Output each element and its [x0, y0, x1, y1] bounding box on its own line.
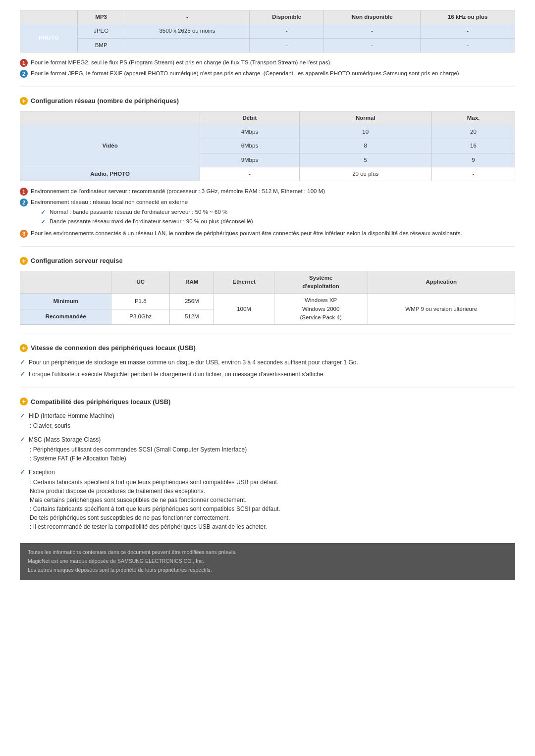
section1-plus-icon: +	[20, 97, 28, 105]
net-col-empty	[20, 111, 200, 125]
net-col-debit: Débit	[200, 111, 299, 125]
note-lan-text: Pour les environnements connectés à un r…	[31, 229, 515, 238]
min-ram: 256M	[170, 294, 214, 309]
jpeg-col5: -	[421, 24, 515, 38]
max-20: 20	[431, 125, 515, 139]
note-icon-2: 2	[20, 70, 28, 78]
debit-6mbps: 6Mbps	[200, 139, 299, 153]
msc-sub-1: : Système FAT (File Allocation Table)	[30, 454, 515, 463]
divider-3	[20, 334, 515, 334]
debit-4mbps: 4Mbps	[200, 125, 299, 139]
normal-10: 10	[299, 125, 431, 139]
col-header-empty	[20, 10, 78, 24]
srv-col-uc: UC	[111, 271, 170, 294]
section3-header: + Vitesse de connexion des périphériques…	[20, 343, 515, 353]
note-icon-s2: 2	[20, 199, 28, 206]
os-windows: Windows XPWindows 2000(Service Pack 4)	[274, 294, 368, 325]
note-mpeg2: 1 Pour le format MPEG2, seul le flux PS …	[20, 58, 515, 67]
server-config-table: UC RAM Ethernet Systèmed'exploitation Ap…	[20, 271, 515, 325]
note-network-main: Environnement réseau : réseau local non …	[31, 198, 515, 206]
jpeg-col4: -	[324, 24, 421, 38]
normal-5: 5	[299, 153, 431, 167]
net-col-normal: Normal	[299, 111, 431, 125]
exc-sub-3: : Certains fabricants spécifient à tort …	[30, 504, 515, 513]
exception-bullet: ✓ Exception	[20, 468, 515, 477]
debit-9mbps: 9Mbps	[200, 153, 299, 167]
srv-col-ram: RAM	[170, 271, 214, 294]
srv-col-os: Systèmed'exploitation	[274, 271, 368, 294]
note-server-env: 1 Environnement de l'ordinateur serveur …	[20, 187, 515, 196]
msc-item: ✓ MSC (Mass Storage Class) : Périphériqu…	[20, 435, 515, 463]
section2-plus-icon: +	[20, 257, 28, 265]
srv-col-app: Application	[368, 271, 515, 294]
photo-label: PHOTO	[20, 24, 78, 52]
usb-bullet-1: ✓ Pour un périphérique de stockage en ma…	[20, 358, 515, 367]
usb-v-icon-1: ✓	[20, 358, 27, 365]
section3-title: Vitesse de connexion des périphériques l…	[31, 343, 196, 353]
exc-sub-1: Notre produit dispose de procédures de t…	[30, 487, 515, 496]
note-mpeg2-text: Pour le format MPEG2, seul le flux PS (P…	[31, 58, 515, 67]
app-wmp: WMP 9 ou version ultérieure	[368, 294, 515, 325]
bmp-col5: -	[421, 38, 515, 52]
max-9: 9	[431, 153, 515, 167]
hid-v-icon: ✓	[20, 411, 27, 418]
exc-sub-5: : Il est recommandé de tester la compati…	[30, 522, 515, 531]
note-network-env-text: Environnement réseau : réseau local non …	[31, 198, 515, 227]
audio-normal: 20 ou plus	[299, 167, 431, 181]
srv-col-empty	[20, 271, 111, 294]
usb-bullet-2: ✓ Lorsque l'utilisateur exécute MagicNet…	[20, 370, 515, 379]
section4-header: + Compatibilité des périphériques locaux…	[20, 397, 515, 407]
usb-bullet-1-text: Pour un périphérique de stockage en mass…	[29, 358, 358, 367]
hid-item: ✓ HID (Interface Homme Machine) : Clavie…	[20, 411, 515, 430]
bullet-v-icon-1: ✓	[41, 208, 48, 215]
bullet-normal-bw-text: Normal : bande passante réseau de l'ordi…	[50, 208, 227, 216]
msc-sub-0: : Périphériques utilisant des commandes …	[30, 445, 515, 454]
audio-debit: -	[200, 167, 299, 181]
footer-line-2: Les autres marques déposées sont la prop…	[28, 566, 507, 575]
msc-v-icon: ✓	[20, 435, 27, 442]
section2-header: + Configuration serveur requise	[20, 256, 515, 266]
msc-label: MSC (Mass Storage Class)	[29, 435, 101, 444]
min-uc: P1.8	[111, 294, 170, 309]
jpeg-size: 3500 x 2625 ou moins	[125, 24, 250, 38]
section1-header: + Configuration réseau (nombre de périph…	[20, 96, 515, 106]
recommandee-label: Recommandée	[20, 309, 111, 324]
hid-sub-0: : Clavier, souris	[30, 421, 515, 430]
note-lan: 3 Pour les environnements connectés à un…	[20, 229, 515, 238]
note-jpeg: 2 Pour le format JPEG, le format EXIF (a…	[20, 69, 515, 78]
rec-uc: P3.0Ghz	[111, 309, 170, 324]
exc-sub-2: Mais certains périphériques sont suscept…	[30, 496, 515, 504]
jpeg-col3: -	[250, 24, 324, 38]
col-header-disponible: Disponible	[250, 10, 324, 24]
minimum-label: Minimum	[20, 294, 111, 309]
note-server-env-text: Environnement de l'ordinateur serveur : …	[31, 187, 515, 196]
usb-v-icon-2: ✓	[20, 370, 27, 377]
note-icon-s3: 3	[20, 230, 28, 238]
note-network-env: 2 Environnement réseau : réseau local no…	[20, 198, 515, 227]
section4-plus-icon: +	[20, 398, 28, 405]
hid-bullet: ✓ HID (Interface Homme Machine)	[20, 411, 515, 420]
audio-max: -	[431, 167, 515, 181]
srv-col-ethernet: Ethernet	[214, 271, 274, 294]
bmp-col4: -	[324, 38, 421, 52]
footer: Toutes les informations contenues dans c…	[20, 543, 515, 580]
video-label: Vidéo	[20, 125, 200, 167]
net-col-max: Max.	[431, 111, 515, 125]
footer-line-0: Toutes les informations contenues dans c…	[28, 548, 507, 557]
section4-title: Compatibilité des périphériques locaux (…	[31, 397, 170, 407]
col-header-dash: -	[125, 10, 250, 24]
exception-label: Exception	[29, 468, 55, 477]
usb-bullet-2-text: Lorsque l'utilisateur exécute MagicNet p…	[29, 370, 325, 379]
note-icon-1: 1	[20, 59, 28, 67]
section1-title: Configuration réseau (nombre de périphér…	[31, 96, 179, 106]
bmp-format: BMP	[77, 38, 125, 52]
col-header-non-disponible: Non disponible	[324, 10, 421, 24]
audio-photo-label: Audio, PHOTO	[20, 167, 200, 181]
section2-title: Configuration serveur requise	[31, 256, 123, 266]
divider-1	[20, 87, 515, 87]
jpeg-format: JPEG	[77, 24, 125, 38]
col-header-format: MP3	[77, 10, 125, 24]
section3-plus-icon: +	[20, 344, 28, 352]
audio-photo-table: MP3 - Disponible Non disponible 16 kHz o…	[20, 10, 515, 52]
exception-v-icon: ✓	[20, 468, 27, 475]
